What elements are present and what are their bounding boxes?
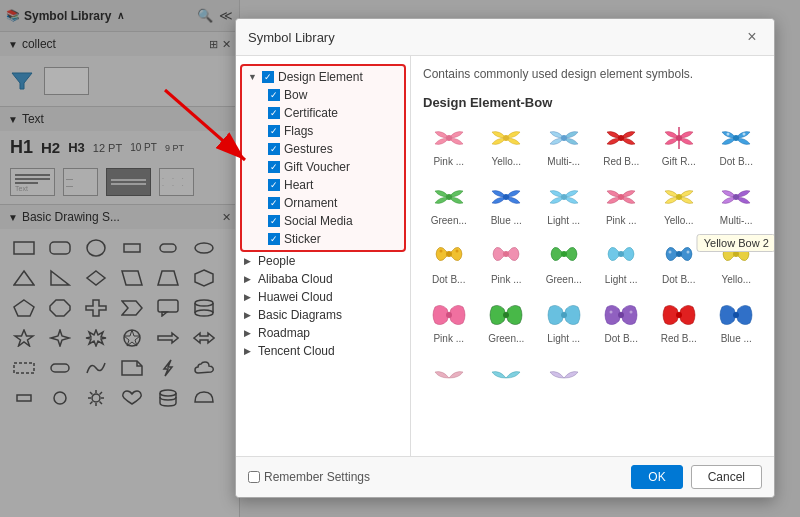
design-element-checkbox[interactable]: ✓ [262, 71, 274, 83]
svg-point-50 [676, 135, 682, 141]
tree-item-flags[interactable]: ✓ Flags [264, 122, 402, 140]
svg-point-72 [561, 312, 567, 318]
symbol-partial-3[interactable] [538, 354, 590, 396]
basic-diagrams-toggle: ▶ [244, 310, 254, 320]
symbol-yellow-bow-1[interactable]: Yello... [481, 118, 533, 171]
svg-point-75 [618, 312, 624, 318]
symbol-light-bow-3[interactable]: Light ... [538, 295, 590, 348]
bow-label-18: Yello... [721, 274, 751, 285]
symbol-blue-bow[interactable]: Blue ... [481, 177, 533, 230]
bow-checkbox[interactable]: ✓ [268, 89, 280, 101]
dialog-close-button[interactable]: × [742, 27, 762, 47]
symbol-yellow-bow-3[interactable]: Yello... [711, 236, 763, 289]
tree-item-heart[interactable]: ✓ Heart [264, 176, 402, 194]
bow-image-6 [718, 122, 754, 154]
symbol-grid: Pink ... Yello... [423, 118, 762, 396]
tree-item-social-media[interactable]: ✓ Social Media [264, 212, 402, 230]
symbol-yellow-bow-2[interactable]: Yello... [653, 177, 705, 230]
tree-item-basic-diagrams[interactable]: ▶ Basic Diagrams [240, 306, 406, 324]
remember-settings-checkbox[interactable] [248, 471, 260, 483]
svg-point-45 [446, 135, 452, 141]
gift-voucher-checkbox[interactable]: ✓ [268, 161, 280, 173]
symbol-red-bow[interactable]: Red B... [596, 118, 648, 171]
bow-image-27 [546, 358, 582, 390]
symbol-green-bow-2[interactable]: Green... [538, 236, 590, 289]
cancel-button[interactable]: Cancel [691, 465, 762, 489]
design-element-toggle[interactable]: ▼ [248, 72, 258, 82]
sticker-checkbox[interactable]: ✓ [268, 233, 280, 245]
tree-item-certificate[interactable]: ✓ Certificate [264, 104, 402, 122]
tree-item-gestures[interactable]: ✓ Gestures [264, 140, 402, 158]
symbol-multi-bow-1[interactable]: Multi-... [538, 118, 590, 171]
dialog-titlebar: Symbol Library × [236, 19, 774, 56]
bow-label-6: Dot B... [720, 156, 753, 167]
bow-label-20: Green... [488, 333, 524, 344]
bow-label-3: Multi-... [547, 156, 580, 167]
bow-label-17: Dot B... [662, 274, 695, 285]
heart-checkbox[interactable]: ✓ [268, 179, 280, 191]
symbol-dot-yellow-bow[interactable]: Dot B... [423, 236, 475, 289]
tree-item-huawei[interactable]: ▶ Huawei Cloud [240, 288, 406, 306]
bow-image-1 [431, 122, 467, 154]
symbol-green-bow-3[interactable]: Green... [481, 295, 533, 348]
bow-image-16 [603, 240, 639, 272]
svg-point-60 [446, 251, 452, 257]
tree-item-ornament[interactable]: ✓ Ornament [264, 194, 402, 212]
symbol-blue-bow-2[interactable]: Blue ... [711, 295, 763, 348]
symbol-library-dialog: Symbol Library × ▼ ✓ Design Element ✓ Bo… [235, 18, 775, 498]
symbol-red-bow-2[interactable]: Red B... [653, 295, 705, 348]
symbol-multi-bow-2[interactable]: Multi-... Yellow Bow 2 [711, 177, 763, 230]
ornament-checkbox[interactable]: ✓ [268, 197, 280, 209]
tree-item-alibaba[interactable]: ▶ Alibaba Cloud [240, 270, 406, 288]
symbol-dot-blue-bow[interactable]: Dot B... [653, 236, 705, 289]
symbol-pink-bow-4[interactable]: Pink ... [423, 295, 475, 348]
bow-image-10 [603, 181, 639, 213]
tree-item-roadmap[interactable]: ▶ Roadmap [240, 324, 406, 342]
tree-item-bow[interactable]: ✓ Bow [264, 86, 402, 104]
symbol-pink-bow-1[interactable]: Pink ... [423, 118, 475, 171]
svg-point-54 [446, 194, 452, 200]
symbol-light-bow-2[interactable]: Light ... [596, 236, 648, 289]
bow-label-23: Red B... [661, 333, 697, 344]
symbol-dot-purple-bow[interactable]: Dot B... [596, 295, 648, 348]
symbol-partial-1[interactable] [423, 354, 475, 396]
ok-button[interactable]: OK [631, 465, 682, 489]
svg-point-63 [503, 251, 509, 257]
svg-point-70 [446, 312, 452, 318]
tree-item-sticker[interactable]: ✓ Sticker [264, 230, 402, 248]
social-media-label: Social Media [284, 214, 353, 228]
svg-point-56 [561, 194, 567, 200]
design-element-parent[interactable]: ▼ ✓ Design Element [244, 68, 402, 86]
bow-label: Bow [284, 88, 307, 102]
symbol-light-bow-1[interactable]: Light ... [538, 177, 590, 230]
symbol-pink-bow-3[interactable]: Pink ... [481, 236, 533, 289]
tree-item-tencent[interactable]: ▶ Tencent Cloud [240, 342, 406, 360]
symbol-green-bow[interactable]: Green... [423, 177, 475, 230]
svg-point-69 [733, 251, 739, 257]
tree-item-people[interactable]: ▶ People [240, 252, 406, 270]
symbol-gift-ribbon[interactable]: Gift R... [653, 118, 705, 171]
symbol-partial-2[interactable] [481, 354, 533, 396]
svg-point-65 [618, 251, 624, 257]
people-label: People [258, 254, 295, 268]
bow-label-15: Green... [546, 274, 582, 285]
bow-image-9 [546, 181, 582, 213]
ornament-label: Ornament [284, 196, 337, 210]
bow-image-15 [546, 240, 582, 272]
flags-checkbox[interactable]: ✓ [268, 125, 280, 137]
gift-voucher-label: Gift Voucher [284, 160, 350, 174]
gestures-checkbox[interactable]: ✓ [268, 143, 280, 155]
remember-settings-label: Remember Settings [248, 470, 370, 484]
social-media-checkbox[interactable]: ✓ [268, 215, 280, 227]
content-description: Contains commonly used design element sy… [423, 66, 762, 83]
bow-image-8 [488, 181, 524, 213]
bow-image-5 [661, 122, 697, 154]
svg-point-76 [676, 312, 682, 318]
certificate-checkbox[interactable]: ✓ [268, 107, 280, 119]
svg-point-67 [686, 250, 689, 253]
tree-item-gift-voucher[interactable]: ✓ Gift Voucher [264, 158, 402, 176]
dialog-footer: Remember Settings OK Cancel [236, 456, 774, 497]
symbol-dot-bow-1[interactable]: Dot B... [711, 118, 763, 171]
symbol-pink-bow-2[interactable]: Pink ... [596, 177, 648, 230]
bow-label-14: Pink ... [491, 274, 522, 285]
